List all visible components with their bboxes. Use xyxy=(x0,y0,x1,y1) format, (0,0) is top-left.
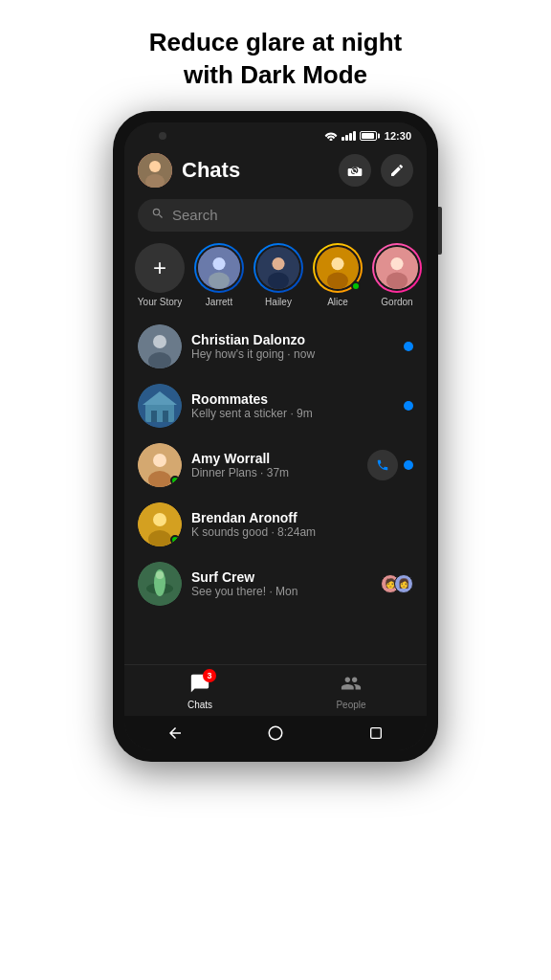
headline: Reduce glare at night with Dark Mode xyxy=(149,27,402,92)
svg-point-14 xyxy=(386,272,408,289)
search-icon xyxy=(151,207,165,224)
chat-avatar-brendan xyxy=(138,502,182,546)
chat-name-amy: Amy Worrall xyxy=(191,451,358,466)
chat-preview-surf-crew: See you there! · Mon xyxy=(191,585,371,598)
svg-rect-19 xyxy=(145,403,174,422)
search-placeholder: Search xyxy=(172,207,218,223)
story-item-gordon[interactable]: Gordon xyxy=(371,243,423,307)
chat-item-roommates[interactable]: Roommates Kelly sent a sticker · 9m xyxy=(124,376,427,435)
chat-avatar-christian xyxy=(138,324,182,368)
android-nav-bar xyxy=(124,716,427,750)
wifi-icon xyxy=(324,130,338,141)
svg-point-10 xyxy=(331,257,343,270)
chat-preview-christian: Hey how's it going · now xyxy=(191,347,394,361)
your-story-label: Your Story xyxy=(138,297,182,307)
bottom-nav: 3 Chats People xyxy=(124,664,427,716)
svg-point-27 xyxy=(153,513,166,526)
chat-info-brendan: Brendan Aronoff K sounds good · 8:24am xyxy=(191,510,413,539)
svg-point-8 xyxy=(268,272,289,289)
chat-avatar-amy xyxy=(138,443,182,487)
svg-point-11 xyxy=(327,272,348,289)
unread-badge-amy xyxy=(404,460,413,470)
chat-actions-amy xyxy=(367,450,413,480)
svg-rect-34 xyxy=(371,727,382,738)
call-button-amy[interactable] xyxy=(367,450,398,480)
svg-rect-21 xyxy=(163,411,168,422)
chat-info-surf-crew: Surf Crew See you there! · Mon xyxy=(191,569,371,598)
camera-button[interactable] xyxy=(339,154,371,187)
header-actions xyxy=(339,154,413,187)
status-time: 12:30 xyxy=(385,130,411,142)
group-avatars-surf-crew: 🧑 👩 xyxy=(381,574,413,593)
people-nav-icon xyxy=(341,673,362,698)
chat-preview-amy: Dinner Plans · 37m xyxy=(191,466,358,479)
unread-badge-christian xyxy=(404,342,413,351)
chat-item-surf-crew[interactable]: Surf Crew See you there! · Mon 🧑 👩 xyxy=(124,554,427,613)
back-button[interactable] xyxy=(165,724,185,743)
people-nav-label: People xyxy=(336,700,365,710)
chat-avatar-roommates xyxy=(138,384,182,428)
chat-name-surf-crew: Surf Crew xyxy=(191,569,371,585)
svg-point-1 xyxy=(149,161,161,172)
page-header: Reduce glare at night with Dark Mode xyxy=(111,0,440,111)
unread-badge-roommates xyxy=(404,401,413,411)
chat-info-amy: Amy Worrall Dinner Plans · 37m xyxy=(191,451,358,479)
svg-point-24 xyxy=(153,454,166,467)
chat-item-brendan[interactable]: Brendan Aronoff K sounds good · 8:24am xyxy=(124,495,427,554)
user-avatar[interactable] xyxy=(138,153,172,188)
add-story-button[interactable]: + xyxy=(135,243,185,293)
home-button[interactable] xyxy=(266,724,285,743)
chats-nav-label: Chats xyxy=(187,700,212,710)
chat-info-roommates: Roommates Kelly sent a sticker · 9m xyxy=(191,391,394,420)
search-bar[interactable]: Search xyxy=(138,199,413,232)
stories-row: + Your Story xyxy=(124,239,427,317)
story-label-hailey: Hailey xyxy=(265,297,292,307)
signal-icon xyxy=(342,131,356,141)
story-item-hailey[interactable]: Hailey xyxy=(253,243,304,307)
app-title: Chats xyxy=(182,158,329,183)
app-header: Chats xyxy=(124,145,427,195)
chat-item-amy[interactable]: Amy Worrall Dinner Plans · 37m xyxy=(124,435,427,495)
chat-item-christian[interactable]: Christian Dalonzo Hey how's it going · n… xyxy=(124,317,427,376)
story-label-alice: Alice xyxy=(327,297,348,307)
chats-badge: 3 xyxy=(203,669,216,682)
amy-online-dot xyxy=(170,476,180,485)
chat-avatar-surf-crew xyxy=(138,562,182,606)
svg-point-32 xyxy=(156,571,164,579)
your-story-item[interactable]: + Your Story xyxy=(134,243,186,307)
recents-button[interactable] xyxy=(366,724,386,743)
svg-rect-20 xyxy=(151,411,157,422)
svg-point-13 xyxy=(390,257,403,270)
battery-icon xyxy=(360,131,377,141)
chat-name-brendan: Brendan Aronoff xyxy=(191,510,413,525)
svg-point-33 xyxy=(269,726,282,740)
chat-preview-roommates: Kelly sent a sticker · 9m xyxy=(191,407,394,420)
chat-name-roommates: Roommates xyxy=(191,391,394,407)
nav-item-chats[interactable]: 3 Chats xyxy=(124,673,276,710)
chat-preview-brendan: K sounds good · 8:24am xyxy=(191,525,413,539)
chat-actions-surf-crew: 🧑 👩 xyxy=(381,574,413,593)
svg-point-5 xyxy=(209,272,230,289)
svg-point-16 xyxy=(153,335,166,348)
chat-actions-christian xyxy=(404,342,413,351)
chat-name-christian: Christian Dalonzo xyxy=(191,332,394,347)
story-label-jarrett: Jarrett xyxy=(206,297,232,307)
front-camera xyxy=(159,132,166,140)
phone-screen: 12:30 Chats xyxy=(124,122,427,750)
chat-actions-roommates xyxy=(404,401,413,411)
chat-info-christian: Christian Dalonzo Hey how's it going · n… xyxy=(191,332,394,361)
compose-button[interactable] xyxy=(381,154,413,187)
brendan-online-dot xyxy=(170,535,180,545)
story-item-jarrett[interactable]: Jarrett xyxy=(193,243,245,307)
nav-item-people[interactable]: People xyxy=(276,673,427,710)
story-label-gordon: Gordon xyxy=(381,297,412,307)
phone-frame: 12:30 Chats xyxy=(113,111,438,762)
online-indicator xyxy=(351,281,361,291)
app-content: Chats Search xyxy=(124,145,427,716)
svg-point-4 xyxy=(212,257,225,270)
svg-point-7 xyxy=(272,257,284,270)
chat-list: Christian Dalonzo Hey how's it going · n… xyxy=(124,317,427,664)
status-bar: 12:30 xyxy=(124,122,427,145)
story-item-alice[interactable]: Alice xyxy=(312,243,364,307)
